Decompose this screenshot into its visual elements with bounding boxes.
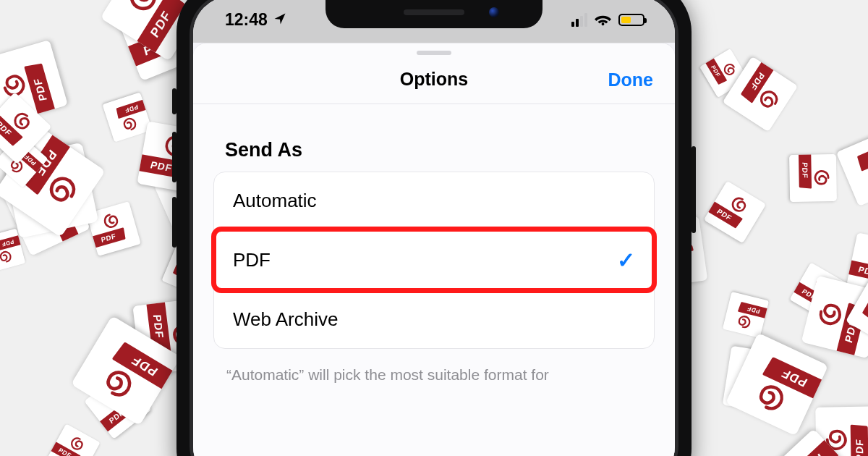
speaker-grille bbox=[404, 9, 464, 15]
section-header-send-as: Send As bbox=[193, 104, 675, 172]
location-arrow-icon bbox=[273, 10, 286, 30]
pdf-icon: PDF bbox=[835, 130, 868, 206]
cell-signal-icon bbox=[571, 13, 587, 27]
phone-frame: 12:48 Options bbox=[176, 0, 692, 456]
option-label: Web Archive bbox=[233, 308, 338, 331]
sheet-nav: Options Done bbox=[193, 55, 675, 104]
done-button[interactable]: Done bbox=[608, 69, 654, 90]
power-button bbox=[692, 146, 696, 233]
pdf-icon: PDF bbox=[48, 423, 101, 456]
option-pdf[interactable]: PDF ✓ bbox=[214, 229, 654, 290]
checkmark-icon: ✓ bbox=[617, 248, 635, 273]
volume-up-button bbox=[172, 132, 176, 182]
phone-screen: 12:48 Options bbox=[193, 0, 675, 456]
sheet-title: Options bbox=[400, 69, 468, 90]
option-label: Automatic bbox=[233, 190, 317, 212]
volume-down-button bbox=[172, 197, 176, 248]
pdf-icon: PDF bbox=[789, 154, 837, 202]
option-automatic[interactable]: Automatic bbox=[214, 172, 654, 229]
pdf-icon: PDF bbox=[704, 181, 766, 243]
send-as-option-group: Automatic PDF ✓ Web Archive bbox=[213, 172, 655, 349]
battery-icon bbox=[618, 14, 644, 26]
option-web-archive[interactable]: Web Archive bbox=[214, 290, 654, 348]
mute-switch bbox=[172, 88, 176, 114]
option-label: PDF bbox=[233, 249, 271, 271]
wifi-icon bbox=[595, 12, 611, 28]
section-footer-note: “Automatic” will pick the most suitable … bbox=[193, 349, 675, 385]
phone-notch bbox=[326, 0, 542, 28]
front-camera bbox=[489, 7, 499, 17]
options-sheet: Options Done Send As Automatic PDF ✓ Web… bbox=[193, 43, 675, 456]
status-time: 12:48 bbox=[225, 10, 268, 30]
pdf-icon: PDF bbox=[723, 292, 769, 338]
